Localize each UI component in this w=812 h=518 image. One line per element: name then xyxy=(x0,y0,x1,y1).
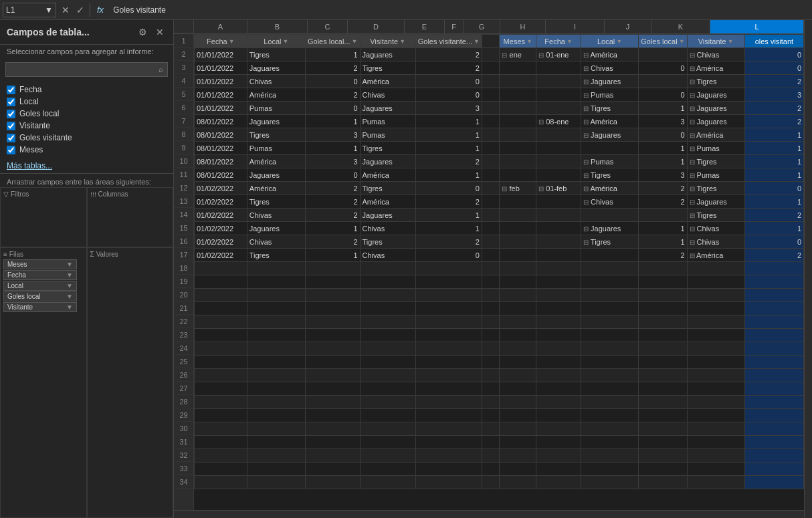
filter-arrow-goles-local[interactable]: ▼ xyxy=(352,38,358,45)
pcell-local-8[interactable]: ⊟ Jaguares xyxy=(581,128,638,142)
cell-local-15[interactable]: Jaguares xyxy=(247,222,305,235)
pcell-gl-12[interactable]: 2 xyxy=(639,182,687,195)
pcell-gl-7[interactable]: 3 xyxy=(639,115,687,128)
cell-gl-16[interactable]: 2 xyxy=(306,235,361,249)
col-header-C[interactable]: C xyxy=(308,20,348,33)
cell-local-2[interactable]: Tigres xyxy=(247,48,305,61)
field-item-meses[interactable]: Meses xyxy=(7,144,167,156)
pcell-local-9[interactable] xyxy=(581,142,638,155)
pcell-vis-3[interactable]: ⊟ América xyxy=(687,61,744,75)
row-num-10[interactable]: 10 xyxy=(174,154,193,168)
row-field-fecha[interactable]: Fecha ▼ xyxy=(3,270,77,280)
settings-icon[interactable]: ⚙ xyxy=(136,25,149,39)
col-header-I[interactable]: I xyxy=(546,20,605,33)
pcell-meses-4[interactable] xyxy=(500,75,536,88)
pcell-gv-13[interactable]: 1 xyxy=(744,195,803,209)
cell-fecha-3[interactable]: 01/01/2022 xyxy=(195,61,247,75)
pcell-fecha-3[interactable] xyxy=(536,61,581,75)
row-field-goles-local[interactable]: Goles local ▼ xyxy=(3,291,77,301)
row-num-28[interactable]: 28 xyxy=(174,395,193,408)
cell-fecha-9[interactable]: 08/01/2022 xyxy=(195,142,247,155)
cell-vis-9[interactable]: Tigres xyxy=(360,142,415,155)
pth-visitante[interactable]: Visitante▼ xyxy=(687,35,744,48)
cell-fecha-16[interactable]: 01/02/2022 xyxy=(195,235,247,249)
row-num-2[interactable]: 2 xyxy=(174,47,193,61)
cell-local-5[interactable]: América xyxy=(247,88,305,102)
pcell-vis-12[interactable]: ⊟ Tigres xyxy=(687,182,744,195)
pcell-gv-4[interactable]: 2 xyxy=(744,75,803,88)
pcell-gl-3[interactable]: 0 xyxy=(639,61,687,75)
pcell-gv-10[interactable]: 1 xyxy=(744,155,803,168)
cell-fecha-17[interactable]: 01/02/2022 xyxy=(195,249,247,262)
pcell-fecha-2[interactable]: ⊟ 01-ene xyxy=(536,48,581,61)
pcell-vis-17[interactable]: ⊟ América xyxy=(687,249,744,262)
filter-arrow-pivot-visitante[interactable]: ▼ xyxy=(728,38,734,45)
cell-gl-10[interactable]: 3 xyxy=(306,155,361,168)
cell-fecha-13[interactable]: 01/02/2022 xyxy=(195,195,247,209)
cell-gv-13[interactable]: 2 xyxy=(415,195,482,209)
cell-gv-6[interactable]: 3 xyxy=(415,102,482,115)
formula-input[interactable] xyxy=(110,5,809,15)
cell-ref-dropdown-icon[interactable]: ▼ xyxy=(45,5,53,15)
col-header-L[interactable]: L xyxy=(710,20,804,33)
pcell-gl-8[interactable]: 0 xyxy=(639,128,687,142)
field-item-visitante[interactable]: Visitante xyxy=(7,120,167,132)
cell-gl-12[interactable]: 2 xyxy=(306,182,361,195)
pcell-meses-8[interactable] xyxy=(500,128,536,142)
cell-fecha-2[interactable]: 01/01/2022 xyxy=(195,48,247,61)
pcell-gv-6[interactable]: 2 xyxy=(744,102,803,115)
pcell-fecha-16[interactable] xyxy=(536,235,581,249)
cell-gl-17[interactable]: 1 xyxy=(306,249,361,262)
cell-gl-5[interactable]: 2 xyxy=(306,88,361,102)
pcell-fecha-5[interactable] xyxy=(536,88,581,102)
filter-arrow-meses[interactable]: ▼ xyxy=(526,38,532,45)
pcell-gv-2[interactable]: 0 xyxy=(744,48,803,61)
cell-gv-7[interactable]: 1 xyxy=(415,115,482,128)
cell-gl-14[interactable]: 2 xyxy=(306,209,361,222)
cell-fecha-5[interactable]: 01/01/2022 xyxy=(195,88,247,102)
row-num-5[interactable]: 5 xyxy=(174,88,193,101)
cell-local-17[interactable]: Tigres xyxy=(247,249,305,262)
row-num-16[interactable]: 16 xyxy=(174,235,193,248)
pcell-gl-17[interactable]: 2 xyxy=(639,249,687,262)
pcell-gv-3[interactable]: 0 xyxy=(744,61,803,75)
row-num-30[interactable]: 30 xyxy=(174,422,193,435)
pcell-vis-10[interactable]: ⊟ Tigres xyxy=(687,155,744,168)
cell-gl-13[interactable]: 2 xyxy=(306,195,361,209)
pcell-vis-5[interactable]: ⊟ Jaguares xyxy=(687,88,744,102)
pcell-fecha-13[interactable] xyxy=(536,195,581,209)
cell-local-16[interactable]: Chivas xyxy=(247,235,305,249)
pcell-fecha-9[interactable] xyxy=(536,142,581,155)
pcell-gv-12[interactable]: 0 xyxy=(744,182,803,195)
cancel-formula-btn[interactable]: ✕ xyxy=(59,3,72,17)
pcell-fecha-8[interactable] xyxy=(536,128,581,142)
cell-vis-12[interactable]: Tigres xyxy=(360,182,415,195)
col-header-J[interactable]: J xyxy=(605,20,651,33)
pcell-vis-13[interactable]: ⊟ Jaguares xyxy=(687,195,744,209)
th-local[interactable]: Local▼ xyxy=(247,35,305,48)
cell-gl-7[interactable]: 1 xyxy=(306,115,361,128)
cell-vis-4[interactable]: América xyxy=(360,75,415,88)
pcell-local-2[interactable]: ⊟ América xyxy=(581,48,638,61)
row-num-13[interactable]: 13 xyxy=(174,195,193,208)
pcell-local-15[interactable]: ⊟ Jaguares xyxy=(581,222,638,235)
pcell-fecha-10[interactable] xyxy=(536,155,581,168)
col-header-H[interactable]: H xyxy=(500,20,546,33)
pth-local[interactable]: Local▼ xyxy=(581,35,638,48)
pcell-fecha-11[interactable] xyxy=(536,168,581,182)
row-num-27[interactable]: 27 xyxy=(174,382,193,395)
pth-goles-visitante[interactable]: oles visitant xyxy=(744,35,803,48)
col-header-E[interactable]: E xyxy=(405,20,445,33)
cell-local-4[interactable]: Chivas xyxy=(247,75,305,88)
cell-gv-16[interactable]: 2 xyxy=(415,235,482,249)
cell-gl-2[interactable]: 1 xyxy=(306,48,361,61)
pcell-meses-16[interactable] xyxy=(500,235,536,249)
cell-gv-3[interactable]: 2 xyxy=(415,61,482,75)
row-num-9[interactable]: 9 xyxy=(174,141,193,154)
cell-vis-13[interactable]: América xyxy=(360,195,415,209)
cell-gv-11[interactable]: 1 xyxy=(415,168,482,182)
cell-gl-8[interactable]: 3 xyxy=(306,128,361,142)
pcell-local-11[interactable]: ⊟ Tigres xyxy=(581,168,638,182)
cell-gv-5[interactable]: 0 xyxy=(415,88,482,102)
cell-gv-14[interactable]: 1 xyxy=(415,209,482,222)
